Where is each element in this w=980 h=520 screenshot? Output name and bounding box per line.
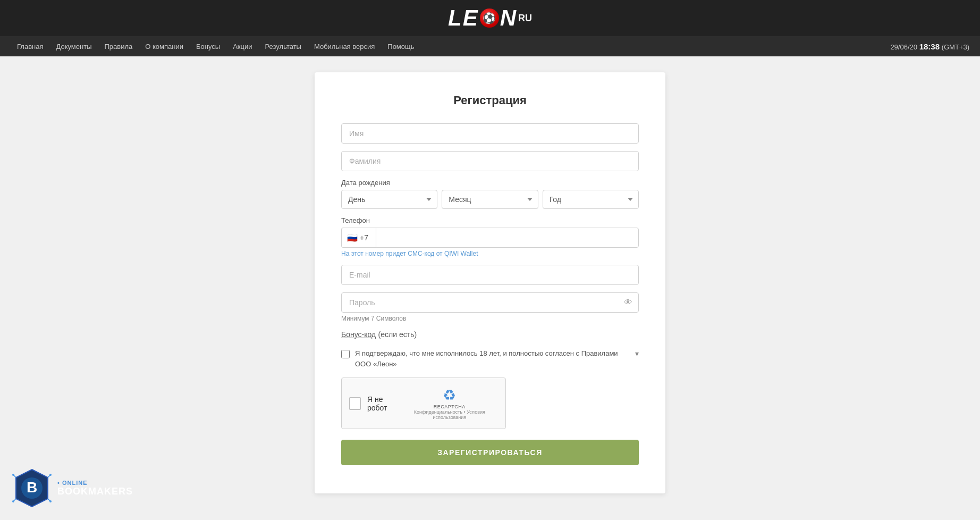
logo-ball-icon — [480, 9, 499, 28]
phone-flag-icon: 🇷🇺 — [347, 233, 358, 243]
phone-label: Телефон — [341, 216, 639, 224]
submit-button[interactable]: ЗАРЕГИСТРИРОВАТЬСЯ — [341, 440, 639, 465]
phone-row: 🇷🇺 +7 — [341, 228, 639, 248]
bookmakers-text-area: • ONLINE BOOKMAKERS — [57, 480, 133, 497]
recaptcha-label: Я не робот — [367, 395, 401, 412]
password-input[interactable] — [341, 292, 639, 313]
nav-item-results[interactable]: Результаты — [258, 38, 307, 55]
password-hint: Минимум 7 Символов — [341, 315, 639, 322]
nav-timezone: (GMT+3) — [942, 43, 969, 51]
dob-label: Дата рождения — [341, 179, 639, 187]
nav-date: 29/06/20 — [890, 43, 917, 51]
last-name-input[interactable] — [341, 151, 639, 171]
nav-item-bonuses[interactable]: Бонусы — [190, 38, 226, 55]
svg-text:B: B — [27, 479, 37, 496]
nav-item-documents[interactable]: Документы — [49, 38, 98, 55]
svg-point-8 — [49, 474, 52, 476]
recaptcha-links: Конфиденциальность • Условия использован… — [401, 409, 498, 420]
recaptcha-brand: reCAPTCHA — [401, 404, 498, 409]
terms-label: Я подтверждаю, что мне исполнилось 18 ле… — [355, 348, 630, 369]
svg-point-7 — [12, 474, 14, 476]
logo-text-n: N — [500, 5, 517, 31]
form-title: Регистрация — [341, 94, 639, 107]
bookmakers-online-label: • ONLINE — [57, 480, 133, 486]
phone-country-code: +7 — [360, 233, 368, 242]
nav-datetime: 29/06/20 18:38 (GMT+3) — [890, 42, 969, 51]
password-group: 👁 Минимум 7 Символов — [341, 292, 639, 322]
phone-hint: На этот номер придет СМС-код от QIWI Wal… — [341, 250, 639, 257]
nav-links: Главная Документы Правила О компании Бон… — [11, 38, 421, 55]
bottom-bookmakers-logo: B • ONLINE BOOKMAKERS — [11, 467, 133, 509]
nav-item-promotions[interactable]: Акции — [226, 38, 258, 55]
page-content: Регистрация Дата рождения День Месяц Год — [0, 56, 980, 520]
email-group — [341, 265, 639, 285]
bookmakers-name-label: BOOKMAKERS — [57, 486, 133, 497]
logo-ru: RU — [518, 13, 532, 24]
last-name-group — [341, 151, 639, 171]
nav-time: 18:38 — [919, 42, 940, 51]
recaptcha-icon: ♻ — [401, 387, 498, 404]
nav-item-company[interactable]: О компании — [139, 38, 190, 55]
registration-form-card: Регистрация Дата рождения День Месяц Год — [315, 72, 665, 493]
phone-country-selector[interactable]: 🇷🇺 +7 — [341, 228, 376, 248]
logo[interactable]: LE N RU — [448, 5, 532, 31]
dob-day-select[interactable]: День — [341, 190, 437, 209]
recaptcha-logo: ♻ reCAPTCHA Конфиденциальность • Условия… — [401, 387, 498, 420]
password-wrapper: 👁 — [341, 292, 639, 313]
nav-item-mobile[interactable]: Мобильная версия — [308, 38, 381, 55]
first-name-input[interactable] — [341, 123, 639, 144]
terms-checkbox[interactable] — [341, 350, 350, 358]
navigation: Главная Документы Правила О компании Бон… — [0, 36, 980, 56]
terms-chevron-icon[interactable]: ▾ — [635, 349, 639, 358]
dob-month-select[interactable]: Месяц — [442, 190, 538, 209]
nav-item-help[interactable]: Помощь — [381, 38, 420, 55]
phone-group: Телефон 🇷🇺 +7 На этот номер придет СМС-к… — [341, 216, 639, 257]
recaptcha-left: Я не робот — [349, 395, 401, 412]
toggle-password-icon[interactable]: 👁 — [624, 298, 632, 307]
dob-group: Дата рождения День Месяц Год — [341, 179, 639, 209]
bonus-code-link[interactable]: Бонус-код — [341, 330, 376, 339]
phone-number-input[interactable] — [376, 228, 639, 248]
recaptcha-checkbox[interactable] — [349, 397, 361, 410]
svg-point-10 — [49, 500, 52, 502]
terms-checkbox-row: Я подтверждаю, что мне исполнилось 18 ле… — [341, 348, 639, 369]
svg-point-9 — [12, 500, 14, 502]
recaptcha-widget: Я не робот ♻ reCAPTCHA Конфиденциальност… — [341, 378, 506, 429]
bookmakers-hex-icon: B — [11, 467, 53, 509]
header: LE N RU — [0, 0, 980, 36]
logo-text-le: LE — [448, 5, 479, 31]
bonus-suffix-text: (если есть) — [378, 330, 417, 339]
dob-year-select[interactable]: Год — [543, 190, 639, 209]
nav-item-home[interactable]: Главная — [11, 38, 49, 55]
email-input[interactable] — [341, 265, 639, 285]
nav-item-rules[interactable]: Правила — [98, 38, 139, 55]
bonus-code-group: Бонус-код (если есть) — [341, 330, 639, 341]
first-name-group — [341, 123, 639, 144]
dob-row: День Месяц Год — [341, 190, 639, 209]
